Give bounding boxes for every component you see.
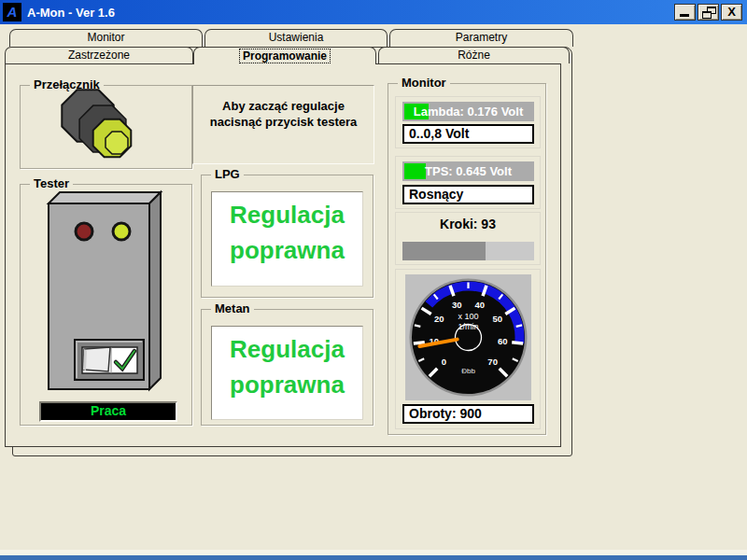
titlebar: A A-Mon - Ver 1.6 X bbox=[0, 0, 747, 24]
kroki-progress-bar bbox=[402, 242, 534, 260]
metan-status-line1: Regulacja bbox=[212, 331, 362, 367]
tester-status-display: Praca bbox=[39, 401, 177, 422]
metan-group-label: Metan bbox=[211, 301, 254, 315]
window-bottom-border bbox=[0, 555, 747, 560]
tab-zastrzezone[interactable]: Zastrzeżone bbox=[5, 47, 193, 63]
minimize-icon bbox=[680, 14, 689, 17]
svg-text:x 100: x 100 bbox=[458, 312, 478, 321]
svg-text:50: 50 bbox=[493, 314, 503, 324]
monitor-group: Monitor Lambda: 0.176 Volt 0..0,8 Volt T… bbox=[388, 83, 546, 435]
restore-button[interactable] bbox=[698, 4, 719, 21]
lambda-range-display: 0..0,8 Volt bbox=[402, 124, 534, 144]
close-icon: X bbox=[722, 5, 741, 19]
metan-group: Metan Regulacja poprawna bbox=[201, 309, 374, 426]
lambda-value-text: Lambda: 0.176 Volt bbox=[402, 102, 534, 121]
tab-page-programowanie: Przełącznik Tester bbox=[5, 63, 561, 447]
rpm-gauge-panel: 010203040506070x 1001/minÐbb bbox=[405, 274, 531, 400]
app-logo-glyph: A bbox=[7, 4, 18, 20]
lpg-status-line2: poprawna bbox=[212, 232, 362, 268]
window-title: A-Mon - Ver 1.6 bbox=[27, 6, 115, 20]
metan-status-display: Regulacja poprawna bbox=[211, 326, 363, 420]
tester-group: Tester Praca bbox=[20, 184, 192, 426]
tab-monitor[interactable]: Monitor bbox=[9, 29, 203, 47]
instruction-line2: nacisnąć przycisk testera bbox=[193, 114, 374, 130]
svg-text:Ðbb: Ðbb bbox=[461, 367, 475, 375]
active-tab-label: Programowanie bbox=[239, 49, 331, 63]
monitor-group-label: Monitor bbox=[398, 76, 450, 90]
switch-knob-icon bbox=[21, 86, 193, 170]
svg-text:30: 30 bbox=[452, 300, 462, 310]
svg-text:60: 60 bbox=[498, 336, 508, 346]
obroty-display: Obroty: 900 bbox=[402, 404, 534, 424]
svg-text:20: 20 bbox=[434, 314, 444, 324]
lambda-indicator-bar: Lambda: 0.176 Volt bbox=[402, 102, 534, 121]
lpg-group: LPG Regulacja poprawna bbox=[201, 175, 374, 298]
window-controls: X bbox=[674, 4, 742, 21]
lpg-group-label: LPG bbox=[211, 167, 244, 181]
tab-programowanie[interactable]: Programowanie bbox=[193, 47, 376, 64]
przelacznik-group: Przełącznik bbox=[20, 85, 192, 169]
svg-text:40: 40 bbox=[474, 300, 485, 310]
tab-parametry[interactable]: Parametry bbox=[389, 29, 573, 47]
tester-device-icon bbox=[21, 185, 193, 427]
svg-text:0: 0 bbox=[442, 357, 446, 367]
minimize-button[interactable] bbox=[674, 4, 696, 21]
instruction-line1: Aby zacząć regulacje bbox=[193, 98, 374, 114]
rpm-gauge: 010203040506070x 1001/minÐbb bbox=[405, 274, 531, 400]
app-icon: A bbox=[3, 3, 21, 21]
lpg-status-display: Regulacja poprawna bbox=[211, 191, 363, 287]
metan-status-line2: poprawna bbox=[212, 367, 362, 402]
close-button[interactable]: X bbox=[721, 4, 742, 21]
tps-trend-display: Rosnący bbox=[402, 185, 534, 204]
kroki-label: Kroki: 93 bbox=[388, 217, 547, 231]
app-window: A A-Mon - Ver 1.6 X Monitor Ustawienia P… bbox=[0, 0, 747, 560]
svg-text:70: 70 bbox=[487, 357, 498, 367]
tps-value-text: TPS: 0.645 Volt bbox=[402, 161, 534, 181]
tps-indicator-bar: TPS: 0.645 Volt bbox=[402, 161, 534, 181]
kroki-progress-fill bbox=[402, 242, 486, 260]
restore-icon bbox=[702, 7, 716, 19]
tab-rozne[interactable]: Różne bbox=[378, 47, 570, 63]
tab-ustawienia[interactable]: Ustawienia bbox=[204, 29, 388, 47]
instruction-panel: Aby zacząć regulacje nacisnąć przycisk t… bbox=[192, 85, 374, 164]
lpg-status-line1: Regulacja bbox=[212, 197, 362, 232]
